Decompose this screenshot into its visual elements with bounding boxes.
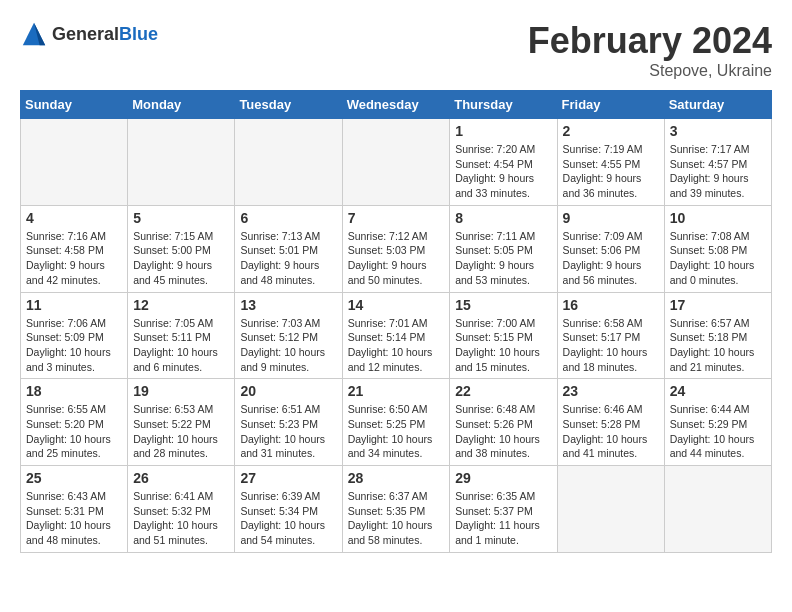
calendar-cell: 15Sunrise: 7:00 AM Sunset: 5:15 PM Dayli… bbox=[450, 292, 557, 379]
calendar-cell: 12Sunrise: 7:05 AM Sunset: 5:11 PM Dayli… bbox=[128, 292, 235, 379]
day-info: Sunrise: 6:58 AM Sunset: 5:17 PM Dayligh… bbox=[563, 316, 659, 375]
calendar-cell: 6Sunrise: 7:13 AM Sunset: 5:01 PM Daylig… bbox=[235, 205, 342, 292]
day-number: 1 bbox=[455, 123, 551, 139]
week-row-5: 25Sunrise: 6:43 AM Sunset: 5:31 PM Dayli… bbox=[21, 466, 772, 553]
day-number: 21 bbox=[348, 383, 445, 399]
calendar-cell bbox=[21, 119, 128, 206]
day-info: Sunrise: 6:46 AM Sunset: 5:28 PM Dayligh… bbox=[563, 402, 659, 461]
day-number: 22 bbox=[455, 383, 551, 399]
calendar-cell: 1Sunrise: 7:20 AM Sunset: 4:54 PM Daylig… bbox=[450, 119, 557, 206]
calendar-cell: 18Sunrise: 6:55 AM Sunset: 5:20 PM Dayli… bbox=[21, 379, 128, 466]
day-info: Sunrise: 7:09 AM Sunset: 5:06 PM Dayligh… bbox=[563, 229, 659, 288]
day-number: 23 bbox=[563, 383, 659, 399]
day-number: 4 bbox=[26, 210, 122, 226]
calendar-cell: 24Sunrise: 6:44 AM Sunset: 5:29 PM Dayli… bbox=[664, 379, 771, 466]
logo-general: General bbox=[52, 24, 119, 44]
day-info: Sunrise: 6:53 AM Sunset: 5:22 PM Dayligh… bbox=[133, 402, 229, 461]
day-info: Sunrise: 7:03 AM Sunset: 5:12 PM Dayligh… bbox=[240, 316, 336, 375]
week-row-2: 4Sunrise: 7:16 AM Sunset: 4:58 PM Daylig… bbox=[21, 205, 772, 292]
day-info: Sunrise: 6:44 AM Sunset: 5:29 PM Dayligh… bbox=[670, 402, 766, 461]
day-info: Sunrise: 6:39 AM Sunset: 5:34 PM Dayligh… bbox=[240, 489, 336, 548]
day-info: Sunrise: 7:16 AM Sunset: 4:58 PM Dayligh… bbox=[26, 229, 122, 288]
day-number: 24 bbox=[670, 383, 766, 399]
day-number: 20 bbox=[240, 383, 336, 399]
weekday-header-friday: Friday bbox=[557, 91, 664, 119]
calendar-cell: 23Sunrise: 6:46 AM Sunset: 5:28 PM Dayli… bbox=[557, 379, 664, 466]
calendar-cell: 26Sunrise: 6:41 AM Sunset: 5:32 PM Dayli… bbox=[128, 466, 235, 553]
weekday-header-tuesday: Tuesday bbox=[235, 91, 342, 119]
day-info: Sunrise: 7:19 AM Sunset: 4:55 PM Dayligh… bbox=[563, 142, 659, 201]
day-info: Sunrise: 7:20 AM Sunset: 4:54 PM Dayligh… bbox=[455, 142, 551, 201]
day-number: 7 bbox=[348, 210, 445, 226]
weekday-header-saturday: Saturday bbox=[664, 91, 771, 119]
calendar-cell: 28Sunrise: 6:37 AM Sunset: 5:35 PM Dayli… bbox=[342, 466, 450, 553]
day-info: Sunrise: 7:12 AM Sunset: 5:03 PM Dayligh… bbox=[348, 229, 445, 288]
day-info: Sunrise: 7:11 AM Sunset: 5:05 PM Dayligh… bbox=[455, 229, 551, 288]
day-info: Sunrise: 7:00 AM Sunset: 5:15 PM Dayligh… bbox=[455, 316, 551, 375]
calendar-cell: 14Sunrise: 7:01 AM Sunset: 5:14 PM Dayli… bbox=[342, 292, 450, 379]
calendar-cell: 16Sunrise: 6:58 AM Sunset: 5:17 PM Dayli… bbox=[557, 292, 664, 379]
calendar-cell: 25Sunrise: 6:43 AM Sunset: 5:31 PM Dayli… bbox=[21, 466, 128, 553]
calendar-cell bbox=[235, 119, 342, 206]
day-number: 8 bbox=[455, 210, 551, 226]
calendar-cell: 10Sunrise: 7:08 AM Sunset: 5:08 PM Dayli… bbox=[664, 205, 771, 292]
calendar-cell: 8Sunrise: 7:11 AM Sunset: 5:05 PM Daylig… bbox=[450, 205, 557, 292]
calendar-subtitle: Stepove, Ukraine bbox=[528, 62, 772, 80]
week-row-4: 18Sunrise: 6:55 AM Sunset: 5:20 PM Dayli… bbox=[21, 379, 772, 466]
weekday-header-row: SundayMondayTuesdayWednesdayThursdayFrid… bbox=[21, 91, 772, 119]
day-info: Sunrise: 6:55 AM Sunset: 5:20 PM Dayligh… bbox=[26, 402, 122, 461]
day-number: 3 bbox=[670, 123, 766, 139]
calendar-table: SundayMondayTuesdayWednesdayThursdayFrid… bbox=[20, 90, 772, 553]
logo-blue: Blue bbox=[119, 24, 158, 44]
calendar-cell: 22Sunrise: 6:48 AM Sunset: 5:26 PM Dayli… bbox=[450, 379, 557, 466]
calendar-cell: 3Sunrise: 7:17 AM Sunset: 4:57 PM Daylig… bbox=[664, 119, 771, 206]
calendar-cell: 2Sunrise: 7:19 AM Sunset: 4:55 PM Daylig… bbox=[557, 119, 664, 206]
day-info: Sunrise: 7:17 AM Sunset: 4:57 PM Dayligh… bbox=[670, 142, 766, 201]
calendar-cell: 29Sunrise: 6:35 AM Sunset: 5:37 PM Dayli… bbox=[450, 466, 557, 553]
calendar-cell: 17Sunrise: 6:57 AM Sunset: 5:18 PM Dayli… bbox=[664, 292, 771, 379]
day-number: 9 bbox=[563, 210, 659, 226]
day-number: 13 bbox=[240, 297, 336, 313]
day-number: 29 bbox=[455, 470, 551, 486]
logo-icon bbox=[20, 20, 48, 48]
day-info: Sunrise: 6:50 AM Sunset: 5:25 PM Dayligh… bbox=[348, 402, 445, 461]
calendar-cell: 7Sunrise: 7:12 AM Sunset: 5:03 PM Daylig… bbox=[342, 205, 450, 292]
day-number: 11 bbox=[26, 297, 122, 313]
day-number: 27 bbox=[240, 470, 336, 486]
week-row-1: 1Sunrise: 7:20 AM Sunset: 4:54 PM Daylig… bbox=[21, 119, 772, 206]
day-number: 10 bbox=[670, 210, 766, 226]
day-info: Sunrise: 6:57 AM Sunset: 5:18 PM Dayligh… bbox=[670, 316, 766, 375]
day-info: Sunrise: 6:48 AM Sunset: 5:26 PM Dayligh… bbox=[455, 402, 551, 461]
weekday-header-wednesday: Wednesday bbox=[342, 91, 450, 119]
calendar-cell: 13Sunrise: 7:03 AM Sunset: 5:12 PM Dayli… bbox=[235, 292, 342, 379]
day-number: 15 bbox=[455, 297, 551, 313]
calendar-cell: 20Sunrise: 6:51 AM Sunset: 5:23 PM Dayli… bbox=[235, 379, 342, 466]
day-info: Sunrise: 6:43 AM Sunset: 5:31 PM Dayligh… bbox=[26, 489, 122, 548]
weekday-header-sunday: Sunday bbox=[21, 91, 128, 119]
day-number: 17 bbox=[670, 297, 766, 313]
day-number: 6 bbox=[240, 210, 336, 226]
weekday-header-monday: Monday bbox=[128, 91, 235, 119]
day-number: 2 bbox=[563, 123, 659, 139]
page-header: GeneralBlue February 2024 Stepove, Ukrai… bbox=[20, 20, 772, 80]
day-number: 19 bbox=[133, 383, 229, 399]
day-number: 18 bbox=[26, 383, 122, 399]
calendar-cell: 5Sunrise: 7:15 AM Sunset: 5:00 PM Daylig… bbox=[128, 205, 235, 292]
calendar-cell bbox=[664, 466, 771, 553]
day-number: 5 bbox=[133, 210, 229, 226]
title-block: February 2024 Stepove, Ukraine bbox=[528, 20, 772, 80]
calendar-cell: 4Sunrise: 7:16 AM Sunset: 4:58 PM Daylig… bbox=[21, 205, 128, 292]
day-info: Sunrise: 6:51 AM Sunset: 5:23 PM Dayligh… bbox=[240, 402, 336, 461]
week-row-3: 11Sunrise: 7:06 AM Sunset: 5:09 PM Dayli… bbox=[21, 292, 772, 379]
day-number: 14 bbox=[348, 297, 445, 313]
day-info: Sunrise: 6:37 AM Sunset: 5:35 PM Dayligh… bbox=[348, 489, 445, 548]
calendar-cell bbox=[128, 119, 235, 206]
calendar-cell: 11Sunrise: 7:06 AM Sunset: 5:09 PM Dayli… bbox=[21, 292, 128, 379]
calendar-cell bbox=[342, 119, 450, 206]
day-info: Sunrise: 7:06 AM Sunset: 5:09 PM Dayligh… bbox=[26, 316, 122, 375]
calendar-cell: 21Sunrise: 6:50 AM Sunset: 5:25 PM Dayli… bbox=[342, 379, 450, 466]
weekday-header-thursday: Thursday bbox=[450, 91, 557, 119]
day-info: Sunrise: 7:15 AM Sunset: 5:00 PM Dayligh… bbox=[133, 229, 229, 288]
day-info: Sunrise: 7:08 AM Sunset: 5:08 PM Dayligh… bbox=[670, 229, 766, 288]
calendar-cell: 27Sunrise: 6:39 AM Sunset: 5:34 PM Dayli… bbox=[235, 466, 342, 553]
